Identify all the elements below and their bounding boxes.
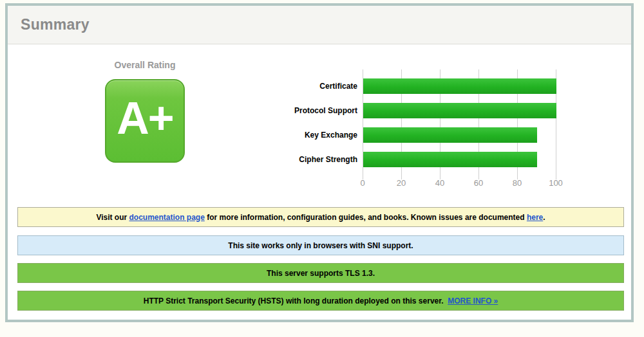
page-title: Summary <box>21 16 90 33</box>
banner-text: This server supports TLS 1.3. <box>267 269 375 278</box>
known-issues-here-link[interactable]: here <box>527 213 543 222</box>
more-info-link[interactable]: MORE INFO » <box>448 296 498 305</box>
chart-label-protocol-support: Protocol Support <box>294 103 357 118</box>
overall-rating-label: Overall Rating <box>105 60 185 70</box>
x-tick-label-20: 20 <box>397 178 406 188</box>
chart-label-cipher-strength: Cipher Strength <box>299 152 357 167</box>
x-tick-label-0: 0 <box>360 178 365 188</box>
page-background: { "page": { "title": "Summary" }, "ratin… <box>0 0 644 337</box>
grade-text: A+ <box>117 96 173 146</box>
documentation-banner: Visit our documentation page for more in… <box>17 207 624 227</box>
banner-text: . <box>543 213 545 222</box>
banner-text: Visit our <box>96 213 129 222</box>
documentation-page-link[interactable]: documentation page <box>129 213 205 222</box>
summary-header: Summary <box>8 6 631 44</box>
chart-label-key-exchange: Key Exchange <box>305 127 357 143</box>
x-tick-label-40: 40 <box>435 178 444 188</box>
x-tick-label-60: 60 <box>474 178 483 188</box>
bar-protocol-support <box>363 103 556 118</box>
chart-label-certificate: Certificate <box>319 78 357 94</box>
grade-badge: A+ <box>105 79 185 163</box>
bar-key-exchange <box>363 127 537 143</box>
banner-text: for more information, configuration guid… <box>205 213 527 222</box>
hsts-banner: HTTP Strict Transport Security (HSTS) wi… <box>17 291 624 311</box>
banner-text: HTTP Strict Transport Security (HSTS) wi… <box>144 296 448 305</box>
tls13-banner: This server supports TLS 1.3. <box>17 263 624 283</box>
summary-panel: Summary Overall Rating A+ CertificatePro… <box>5 3 634 322</box>
banner-text: This site works only in browsers with SN… <box>228 241 413 250</box>
score-bar-chart: 020406080100 <box>363 69 556 174</box>
bar-certificate <box>363 78 556 94</box>
x-tick-label-100: 100 <box>549 178 563 188</box>
chart-category-labels: CertificateProtocol SupportKey ExchangeC… <box>263 69 357 174</box>
overall-rating-section: Overall Rating A+ <box>105 60 185 163</box>
sni-banner: This site works only in browsers with SN… <box>17 235 624 255</box>
x-tick-label-80: 80 <box>513 178 522 188</box>
bar-cipher-strength <box>363 152 537 167</box>
